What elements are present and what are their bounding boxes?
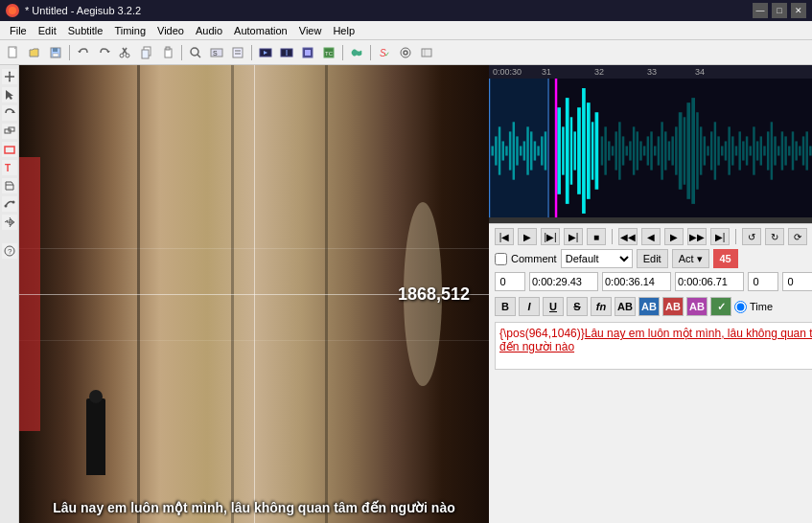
bold-button[interactable]: B xyxy=(495,297,516,316)
comment-checkbox[interactable] xyxy=(495,253,507,265)
rectangle-tool[interactable] xyxy=(2,142,17,157)
underline-button[interactable]: U xyxy=(543,297,564,316)
start-time-input[interactable] xyxy=(529,272,598,291)
accept-button[interactable]: ✓ xyxy=(710,297,731,316)
fn-button[interactable]: fn xyxy=(591,297,612,316)
prev-frame-button[interactable]: ◀◀ xyxy=(618,228,638,245)
text-edit-area[interactable]: {\pos(964,1046)}Lâu nay em luôn một mình… xyxy=(495,322,812,370)
scale-tool[interactable] xyxy=(2,124,17,139)
svg-rect-107 xyxy=(707,146,708,155)
svg-rect-4 xyxy=(53,48,58,52)
minimize-button[interactable]: — xyxy=(753,3,768,18)
svg-rect-55 xyxy=(505,146,507,155)
margin-l-input[interactable] xyxy=(748,272,778,291)
maximize-button[interactable]: □ xyxy=(772,3,787,18)
margin-r-input[interactable] xyxy=(782,272,812,291)
text-tool[interactable]: T xyxy=(2,160,17,175)
menu-audio[interactable]: Audio xyxy=(190,23,228,38)
audio-open-btn[interactable] xyxy=(347,43,366,62)
video-display[interactable]: 1868,512 Lâu nay em luôn một mình, lâu k… xyxy=(19,65,489,523)
duration-input[interactable] xyxy=(675,272,744,291)
timecode-btn[interactable]: TC xyxy=(319,43,338,62)
copy-button[interactable] xyxy=(137,43,156,62)
play-button[interactable]: ▶ xyxy=(518,228,537,245)
save-button[interactable] xyxy=(46,43,65,62)
svg-rect-123 xyxy=(763,146,765,155)
svg-point-10 xyxy=(120,54,124,57)
paste-button[interactable] xyxy=(158,43,177,62)
menu-file[interactable]: File xyxy=(4,23,33,38)
left-toolbar: T ? xyxy=(0,65,19,523)
cut-button[interactable] xyxy=(116,43,135,62)
menu-edit[interactable]: Edit xyxy=(33,23,62,38)
end-time-input[interactable] xyxy=(602,272,671,291)
video-zoom-btn[interactable] xyxy=(277,43,296,62)
rotate-tool[interactable] xyxy=(2,105,17,121)
ab1-button[interactable]: AB xyxy=(615,297,636,316)
menu-view[interactable]: View xyxy=(293,23,328,38)
close-button[interactable]: ✕ xyxy=(791,3,806,18)
svg-rect-35 xyxy=(422,49,431,57)
svg-rect-95 xyxy=(661,122,662,179)
new-button[interactable] xyxy=(4,43,23,62)
undo-button[interactable] xyxy=(74,43,93,62)
svg-rect-65 xyxy=(541,136,543,165)
waveform-display[interactable]: 0:00:30 31 32 33 34 xyxy=(489,65,812,223)
properties-btn[interactable] xyxy=(228,43,247,62)
spellcheck-btn[interactable]: S✓ xyxy=(375,43,394,62)
prev-button[interactable]: ◀ xyxy=(641,228,661,245)
keyframe-btn[interactable] xyxy=(298,43,317,62)
svg-rect-66 xyxy=(545,131,546,170)
menu-help[interactable]: Help xyxy=(327,23,360,38)
italic-button[interactable]: I xyxy=(519,297,540,316)
redo-button[interactable] xyxy=(95,43,114,62)
svg-rect-97 xyxy=(668,141,670,160)
strikethrough-button[interactable]: S xyxy=(567,297,588,316)
select-tool[interactable] xyxy=(2,87,17,102)
act-dropdown[interactable]: Act ▾ xyxy=(672,249,709,268)
play-selection-button[interactable]: ▶| xyxy=(564,228,583,245)
svg-rect-117 xyxy=(742,141,744,160)
config-btn[interactable] xyxy=(417,43,436,62)
loop3-button[interactable]: ⟳ xyxy=(788,228,807,245)
next-frame-button[interactable]: ▶▶ xyxy=(687,228,707,245)
style-dropdown[interactable]: Default xyxy=(561,249,633,268)
time-mark-2: 32 xyxy=(594,67,604,77)
go-start-button[interactable]: |◀ xyxy=(495,228,514,245)
go-end-button[interactable]: ▶| xyxy=(710,228,730,245)
open-button[interactable] xyxy=(25,43,44,62)
style-btn[interactable]: S xyxy=(207,43,226,62)
settings-btn[interactable] xyxy=(396,43,415,62)
menu-timing[interactable]: Timing xyxy=(108,23,151,38)
ab2-button[interactable]: AB xyxy=(638,297,660,316)
svg-rect-134 xyxy=(802,136,804,165)
svg-rect-64 xyxy=(537,146,539,155)
stop-button[interactable]: ■ xyxy=(587,228,606,245)
menu-automation[interactable]: Automation xyxy=(228,23,293,38)
drag-tool[interactable] xyxy=(2,69,17,84)
loop2-button[interactable]: ↻ xyxy=(765,228,784,245)
help-tool[interactable]: ? xyxy=(2,243,17,259)
video-open-btn[interactable] xyxy=(256,43,275,62)
format-row: B I U S fn AB AB AB AB ✓ Time xyxy=(495,295,812,318)
svg-rect-120 xyxy=(753,126,754,174)
ab4-button[interactable]: AB xyxy=(686,297,708,316)
edit-style-button[interactable]: Edit xyxy=(637,249,668,268)
menu-subtitle[interactable]: Subtitle xyxy=(62,23,109,38)
time-radio[interactable] xyxy=(734,301,747,313)
layer-input[interactable] xyxy=(495,272,525,291)
vector-clip-tool[interactable] xyxy=(2,196,17,212)
svg-text:?: ? xyxy=(8,247,12,256)
waveform-scrollbar[interactable] xyxy=(489,217,812,223)
svg-rect-88 xyxy=(637,131,638,170)
play-line-button[interactable]: |▶| xyxy=(541,228,560,245)
next-button[interactable]: ▶ xyxy=(664,228,684,245)
move-tool[interactable] xyxy=(2,215,17,230)
ab3-button[interactable]: AB xyxy=(662,297,684,316)
sep2 xyxy=(181,45,182,60)
clip-tool[interactable] xyxy=(2,178,17,193)
menu-video[interactable]: Video xyxy=(151,23,190,38)
find-button[interactable] xyxy=(186,43,205,62)
right-panel: 0:00:30 31 32 33 34 xyxy=(489,65,812,523)
loop-button[interactable]: ↺ xyxy=(742,228,761,245)
